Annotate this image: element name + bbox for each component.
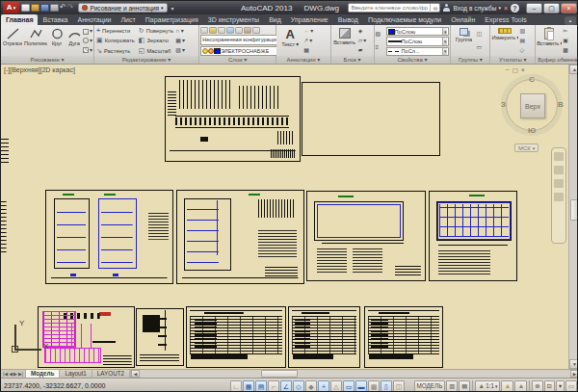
viewcube-top-face[interactable]: Верх xyxy=(520,93,545,118)
ribbon-tab-insert[interactable]: Вставка xyxy=(38,14,72,25)
riser-detail-sheet[interactable] xyxy=(136,308,184,366)
ribbon-tab-3d-tools[interactable]: 3D инструменты xyxy=(203,14,264,25)
match-properties-icon[interactable]: ▧ xyxy=(376,30,385,38)
layer-properties-icon[interactable] xyxy=(200,27,208,34)
toolbar-lock-button[interactable]: ⊡ xyxy=(544,380,555,392)
toggle-snap[interactable]: ▦ xyxy=(243,380,254,392)
wiring-plan-notes-sheet[interactable] xyxy=(176,190,304,284)
prev-tab-icon[interactable]: ◀ xyxy=(9,370,13,378)
viewcube-west-label[interactable]: З xyxy=(501,100,506,109)
polyline-button[interactable]: Полилиния xyxy=(24,26,47,56)
search-input[interactable] xyxy=(349,4,430,12)
first-tab-icon[interactable]: |◀ xyxy=(3,370,8,378)
cable-journal-table-3[interactable] xyxy=(364,306,443,368)
ribbon-tab-parametric[interactable]: Параметризация xyxy=(141,14,203,25)
room-plan-sheet[interactable] xyxy=(306,191,426,281)
toggle-grid[interactable]: ▤ xyxy=(255,380,267,392)
layout-tab-layout2[interactable]: LAYOUT2 xyxy=(92,370,130,378)
clean-screen-button[interactable]: ▭ xyxy=(565,380,577,392)
line-button[interactable]: Отрезок xyxy=(2,26,23,56)
panel-caption-utilities[interactable]: Утилиты ▾ xyxy=(490,56,535,64)
lineweight-dropdown[interactable]: ПоСлою ▾ xyxy=(386,37,450,45)
viewcube-north-label[interactable]: С xyxy=(529,75,535,84)
model-canvas[interactable]: [-][Верхняя][2D каркас] − ▢ × С З В Ю Ве… xyxy=(1,65,578,369)
cable-journal-table-2[interactable] xyxy=(288,306,360,368)
paste-button[interactable]: Вставить ▾ xyxy=(537,26,562,56)
offscreen-drawing-fragment-1[interactable] xyxy=(1,136,13,163)
toggle-ortho[interactable]: ⌐ xyxy=(268,380,279,392)
horizontal-scrollbar[interactable]: ◀ ▶ xyxy=(130,370,578,378)
layer-freeze-icon[interactable] xyxy=(226,27,234,34)
restore-button[interactable]: ▢ xyxy=(543,3,560,13)
zoom-icon[interactable] xyxy=(554,179,564,188)
insert-block-button[interactable]: Вставить xyxy=(332,26,357,56)
move-button[interactable]: +Перенести xyxy=(95,26,136,36)
scroll-left-icon[interactable]: ◀ xyxy=(131,370,140,378)
ungroup-icon[interactable]: ◫ xyxy=(476,30,486,38)
status-menu-button[interactable]: ▾ xyxy=(556,380,565,392)
ribbon-tab-manage[interactable]: Управление xyxy=(286,14,333,25)
toggle-polar[interactable]: ∠ xyxy=(280,380,292,392)
quick-select-icon[interactable]: ▥ xyxy=(519,28,529,36)
pan-icon[interactable] xyxy=(554,166,564,174)
toggle-otrack[interactable]: + xyxy=(318,380,329,392)
toggle-lwt[interactable]: ▬ xyxy=(355,380,367,392)
cable-journal-table-1[interactable] xyxy=(186,306,286,368)
v-scrollbar-thumb[interactable] xyxy=(570,199,578,221)
layer-match-icon[interactable] xyxy=(244,27,251,34)
cable-tray-plan-sheet[interactable] xyxy=(429,191,517,281)
block-editor-icon[interactable]: ▰ xyxy=(358,46,368,54)
id-point-icon[interactable]: ◇ xyxy=(519,46,529,54)
ribbon-tab-plug-ins[interactable]: Подключаемые модули xyxy=(363,14,446,25)
ribbon-tab-express-tools[interactable]: Express Tools xyxy=(480,14,531,25)
annotation-scale-button[interactable]: ▲ 1:1 ▾ xyxy=(475,380,500,392)
edit-attribute-icon[interactable]: ▱▾ xyxy=(358,37,368,44)
search-binoculars-icon[interactable]: ∞ xyxy=(430,4,439,13)
toggle-3d-osnap[interactable]: ◆ xyxy=(305,380,317,392)
panel-caption-annotation[interactable]: Аннотации ▾ xyxy=(276,56,330,64)
qat-customize-button[interactable]: ▾ xyxy=(170,5,176,12)
doc-minimize-icon[interactable]: − xyxy=(506,66,510,74)
last-tab-icon[interactable]: ▶| xyxy=(18,370,23,378)
annotation-autoscale-button[interactable]: ▲ xyxy=(514,380,527,392)
quick-view-layouts-button[interactable]: ▥ xyxy=(446,380,458,392)
ribbon-minimize-button[interactable]: ▴ xyxy=(565,16,576,25)
next-tab-icon[interactable]: ▶ xyxy=(13,370,17,378)
ribbon-tab-home[interactable]: Главная xyxy=(1,14,38,25)
cut-icon[interactable]: ✂ xyxy=(563,28,572,36)
redo-icon[interactable]: ↷ xyxy=(67,4,74,12)
group-edit-icon[interactable]: ▭ xyxy=(476,44,486,52)
linetype-dropdown[interactable]: ПоСл... ▾ xyxy=(386,47,450,56)
toggle-dyn[interactable]: ▭ xyxy=(343,380,355,392)
h-scrollbar-thumb[interactable] xyxy=(261,370,298,378)
ribbon-tab-layout[interactable]: Лист xyxy=(117,14,141,25)
navigation-bar[interactable] xyxy=(551,147,566,244)
copy-clip-icon[interactable]: ▣ xyxy=(563,37,572,44)
close-button[interactable]: × xyxy=(561,3,577,13)
ribbon-tab-view[interactable]: Вид xyxy=(264,14,286,25)
stretch-button[interactable]: ↘Растянуть xyxy=(95,46,136,56)
copy-button[interactable]: ▣Копировать xyxy=(95,36,136,45)
doc-restore-icon[interactable]: ▢ xyxy=(512,66,518,74)
trim-tool-icon[interactable]: ∩▾ xyxy=(175,28,185,36)
sign-in-button[interactable]: Вход в службы ▾ xyxy=(453,5,500,12)
workspace-dropdown[interactable]: Рисование и аннотация ▾ xyxy=(78,3,167,13)
erase-tool-icon[interactable]: ▨▾ xyxy=(175,46,185,54)
scale-button[interactable]: ◱Масштаб xyxy=(138,46,175,56)
quick-view-drawings-button[interactable]: ▤ xyxy=(459,380,470,392)
toggle-transparency[interactable]: ▩ xyxy=(368,380,380,392)
vertical-scrollbar[interactable]: ▲ ▼ xyxy=(568,65,578,369)
panel-caption-properties[interactable]: Свойства ▾ xyxy=(375,56,451,64)
help-icon[interactable]: ? xyxy=(511,4,519,13)
toggle-infer-constraints[interactable]: ∟ xyxy=(230,380,242,392)
mirror-button[interactable]: ◧Зеркало xyxy=(138,36,175,45)
minimize-button[interactable]: – xyxy=(526,3,542,13)
layer-lock-icon[interactable] xyxy=(235,27,243,34)
offscreen-drawing-fragment-2[interactable] xyxy=(1,198,9,252)
panel-caption-modify[interactable]: Редактирование ▾ xyxy=(94,56,198,64)
create-block-icon[interactable]: ◈ xyxy=(358,28,368,36)
leader-tool-icon[interactable]: ↗▾ xyxy=(303,37,313,44)
viewcube[interactable]: С З В Ю Верх МСК▾ xyxy=(503,76,563,136)
scroll-up-icon[interactable]: ▲ xyxy=(569,65,578,74)
doc-close-icon[interactable]: × xyxy=(521,66,525,74)
